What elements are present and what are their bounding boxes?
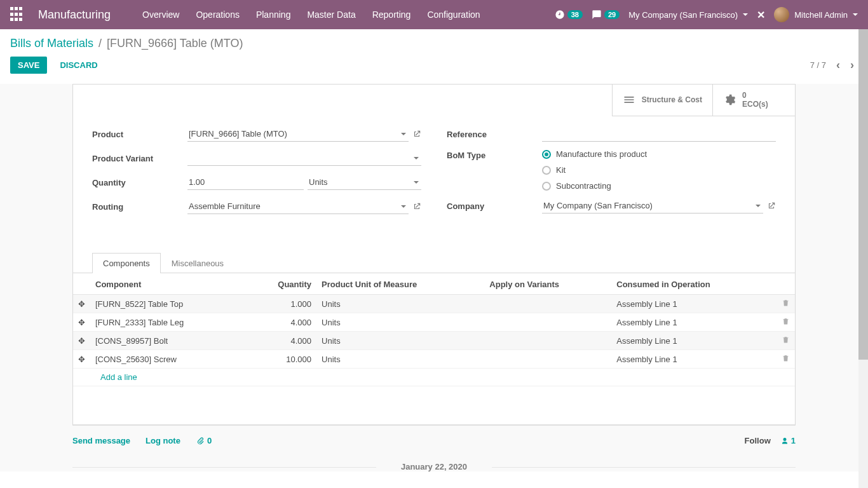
paperclip-icon (196, 437, 205, 445)
cell-operation[interactable]: Assembly Line 1 (611, 332, 776, 350)
delete-row-button[interactable] (776, 295, 795, 313)
cell-uom[interactable]: Units (316, 295, 484, 313)
label-product: Product (92, 130, 187, 139)
discard-button[interactable]: DISCARD (52, 57, 105, 74)
label-company: Company (447, 201, 542, 211)
menu-overview[interactable]: Overview (136, 6, 186, 24)
drag-handle-icon[interactable]: ✥ (73, 332, 90, 350)
bom-type-kit[interactable]: Kit (542, 165, 647, 175)
label-reference: Reference (447, 130, 542, 139)
th-component[interactable]: Component (90, 273, 247, 295)
cell-component[interactable]: [FURN_8522] Table Top (90, 295, 247, 313)
quantity-uom-field[interactable] (308, 175, 421, 190)
cell-variants[interactable] (484, 350, 611, 369)
cell-variants[interactable] (484, 332, 611, 350)
main-menu: Overview Operations Planning Master Data… (136, 6, 487, 24)
bom-type-radio-group: Manufacture this product Kit Subcontract… (542, 149, 647, 191)
log-note-button[interactable]: Log note (146, 436, 180, 445)
cell-uom[interactable]: Units (316, 313, 484, 332)
company-field[interactable] (542, 198, 763, 214)
chat-icon (592, 10, 602, 20)
attachments-button[interactable]: 0 (196, 436, 212, 445)
th-variants[interactable]: Apply on Variants (484, 273, 611, 295)
trash-icon (782, 299, 790, 307)
tab-components[interactable]: Components (92, 253, 161, 273)
debug-icon[interactable]: ✕ (757, 9, 765, 21)
stat-ecos[interactable]: 0 ECO(s) (712, 85, 795, 116)
cell-quantity[interactable]: 4.000 (247, 313, 316, 332)
cell-operation[interactable]: Assembly Line 1 (611, 295, 776, 313)
clock-icon (555, 10, 565, 20)
table-row[interactable]: ✥[CONS_89957] Bolt4.000UnitsAssembly Lin… (73, 332, 795, 350)
pager-text[interactable]: 7 / 7 (810, 60, 826, 70)
stat-structure-cost[interactable]: Structure & Cost (612, 85, 712, 116)
th-operation[interactable]: Consumed in Operation (611, 273, 776, 295)
add-line-button[interactable]: Add a line (95, 367, 142, 387)
chevron-down-icon (853, 13, 858, 16)
drag-handle-icon[interactable]: ✥ (73, 313, 90, 332)
th-quantity[interactable]: Quantity (247, 273, 316, 295)
product-field[interactable] (187, 126, 409, 142)
radio-icon (542, 166, 551, 175)
cell-variants[interactable] (484, 313, 611, 332)
delete-row-button[interactable] (776, 350, 795, 369)
bom-type-subcontracting[interactable]: Subcontracting (542, 181, 647, 191)
cell-quantity[interactable]: 4.000 (247, 332, 316, 350)
apps-icon[interactable] (10, 7, 25, 22)
cell-quantity[interactable]: 10.000 (247, 350, 316, 369)
drag-handle-icon[interactable]: ✥ (73, 350, 90, 369)
app-brand[interactable]: Manufacturing (38, 8, 111, 22)
reference-field[interactable] (542, 126, 776, 142)
delete-row-button[interactable] (776, 332, 795, 350)
menu-planning[interactable]: Planning (250, 6, 297, 24)
th-uom[interactable]: Product Unit of Measure (316, 273, 484, 295)
cell-quantity[interactable]: 1.000 (247, 295, 316, 313)
table-row[interactable]: ✥[FURN_8522] Table Top1.000UnitsAssembly… (73, 295, 795, 313)
user-menu[interactable]: Mitchell Admin (774, 7, 858, 22)
discuss-indicator[interactable]: 29 (592, 10, 620, 20)
cell-operation[interactable]: Assembly Line 1 (611, 313, 776, 332)
followers-button[interactable]: 1 (781, 436, 796, 445)
scrollbar[interactable] (858, 29, 868, 484)
external-link-icon[interactable] (412, 202, 421, 211)
trash-icon (782, 354, 790, 362)
cell-component[interactable]: [CONS_25630] Screw (90, 350, 247, 369)
pager: 7 / 7 ‹ › (810, 57, 858, 73)
company-switcher[interactable]: My Company (San Francisco) (628, 10, 748, 20)
menu-master-data[interactable]: Master Data (301, 6, 362, 24)
save-button[interactable]: SAVE (10, 57, 47, 74)
activity-indicator[interactable]: 38 (555, 10, 583, 20)
drag-handle-icon[interactable]: ✥ (73, 295, 90, 313)
menu-reporting[interactable]: Reporting (366, 6, 417, 24)
menu-configuration[interactable]: Configuration (421, 6, 486, 24)
cell-uom[interactable]: Units (316, 332, 484, 350)
send-message-button[interactable]: Send message (72, 436, 130, 445)
menu-operations[interactable]: Operations (189, 6, 245, 24)
label-routing: Routing (92, 202, 187, 212)
notebook-tabs: Components Miscellaneous (73, 252, 795, 273)
label-quantity: Quantity (92, 178, 187, 187)
label-bomtype: BoM Type (447, 149, 542, 160)
cell-variants[interactable] (484, 295, 611, 313)
external-link-icon[interactable] (767, 201, 776, 210)
routing-field[interactable] (187, 199, 409, 214)
chevron-down-icon (743, 13, 748, 16)
product-variant-field[interactable] (187, 151, 421, 166)
bom-type-manufacture[interactable]: Manufacture this product (542, 149, 647, 159)
pager-prev-button[interactable]: ‹ (832, 57, 844, 73)
external-link-icon[interactable] (412, 130, 421, 139)
quantity-field[interactable] (187, 175, 304, 190)
avatar (774, 7, 789, 22)
follow-button[interactable]: Follow (745, 436, 771, 445)
cell-operation[interactable]: Assembly Line 1 (611, 350, 776, 369)
cell-component[interactable]: [FURN_2333] Table Leg (90, 313, 247, 332)
tab-miscellaneous[interactable]: Miscellaneous (161, 253, 234, 273)
table-row[interactable]: ✥[FURN_2333] Table Leg4.000UnitsAssembly… (73, 313, 795, 332)
cell-component[interactable]: [CONS_89957] Bolt (90, 332, 247, 350)
delete-row-button[interactable] (776, 313, 795, 332)
breadcrumb-root[interactable]: Bills of Materials (10, 37, 93, 50)
table-row[interactable]: ✥[CONS_25630] Screw10.000UnitsAssembly L… (73, 350, 795, 369)
cell-uom[interactable]: Units (316, 350, 484, 369)
pager-next-button[interactable]: › (846, 57, 858, 73)
trash-icon (782, 336, 790, 344)
